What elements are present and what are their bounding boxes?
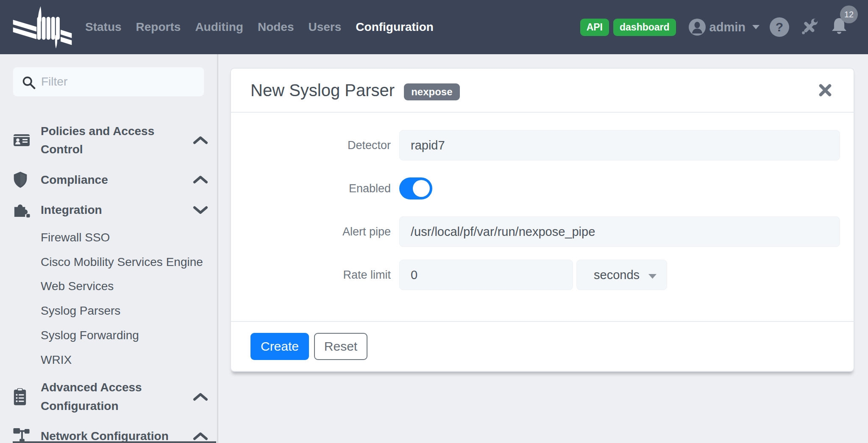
sidebar-item-label: Advanced Access Configuration	[41, 378, 192, 415]
enabled-row: Enabled	[250, 173, 840, 204]
nav-status[interactable]: Status	[85, 20, 122, 34]
sidebar-subitem-syslog-parsers[interactable]: Syslog Parsers	[13, 299, 209, 323]
alert-pipe-row: Alert pipe	[250, 216, 840, 247]
sidebar-item-advanced-access-configuration[interactable]: Advanced Access Configuration	[13, 372, 209, 421]
sidebar-subitem-web-services[interactable]: Web Services	[13, 274, 209, 299]
nav-reports[interactable]: Reports	[136, 20, 181, 34]
packetfence-logo-icon	[13, 5, 72, 49]
chevron-up-icon	[192, 392, 209, 401]
filter-input[interactable]	[13, 67, 204, 96]
id-card-icon	[13, 132, 31, 149]
new-syslog-parser-card: New Syslog Parser nexpose Detector Enabl…	[230, 68, 854, 372]
search-icon	[22, 75, 36, 89]
detector-label: Detector	[250, 139, 391, 152]
shield-icon	[13, 171, 28, 188]
nav-nodes[interactable]: Nodes	[258, 20, 294, 34]
question-icon: ?	[776, 20, 783, 34]
caret-down-icon	[648, 274, 657, 279]
tools-icon[interactable]	[799, 17, 819, 37]
sidebar-item-label: Network Configuration	[41, 427, 192, 443]
chevron-down-icon	[752, 25, 760, 29]
network-icon	[13, 427, 31, 443]
clipboard-list-icon	[13, 388, 27, 406]
rate-limit-input[interactable]	[399, 260, 573, 290]
card-header: New Syslog Parser nexpose	[231, 69, 854, 113]
puzzle-icon	[13, 201, 30, 219]
main-nav: Status Reports Auditing Nodes Users Conf…	[85, 20, 434, 34]
parser-form: Detector Enabled Alert pipe Rate limit	[231, 113, 854, 290]
topbar: Status Reports Auditing Nodes Users Conf…	[0, 0, 868, 54]
sidebar-item-network-configuration[interactable]: Network Configuration	[13, 421, 209, 443]
sidebar-subitem-wrix[interactable]: WRIX	[13, 348, 209, 372]
detector-input[interactable]	[399, 130, 840, 161]
reset-button[interactable]: Reset	[314, 333, 367, 360]
nav-configuration[interactable]: Configuration	[356, 20, 434, 34]
sidebar-item-label: Policies and Access Control	[41, 122, 192, 159]
api-badge[interactable]: API	[580, 19, 609, 36]
parser-type-badge: nexpose	[404, 83, 459, 100]
sidebar-filter	[13, 67, 204, 97]
notification-count-badge: 12	[840, 6, 858, 23]
user-menu[interactable]: admin	[689, 19, 760, 36]
alert-pipe-label: Alert pipe	[250, 225, 391, 238]
notifications-button[interactable]: 12	[830, 17, 849, 38]
chevron-up-icon	[192, 432, 209, 441]
sidebar-subitem-firewall-sso[interactable]: Firewall SSO	[13, 225, 209, 250]
user-circle-icon	[689, 19, 706, 36]
card-footer: Create Reset	[231, 321, 854, 371]
rate-limit-label: Rate limit	[250, 269, 391, 282]
sidebar-scroll-indicator[interactable]	[13, 441, 216, 443]
rate-limit-unit-select[interactable]: seconds	[576, 260, 667, 290]
help-button[interactable]: ?	[770, 17, 789, 37]
main-content: New Syslog Parser nexpose Detector Enabl…	[218, 54, 868, 443]
sidebar-subitem-syslog-forwarding[interactable]: Syslog Forwarding	[13, 323, 209, 348]
chevron-up-icon	[192, 136, 209, 145]
toggle-knob	[413, 180, 430, 197]
detector-row: Detector	[250, 130, 840, 161]
sidebar-item-policies-access-control[interactable]: Policies and Access Control	[13, 116, 209, 165]
alert-pipe-input[interactable]	[399, 216, 840, 247]
sidebar-item-compliance[interactable]: Compliance	[13, 165, 209, 195]
sidebar-subitem-cisco-mse[interactable]: Cisco Mobility Services Engine	[13, 250, 209, 274]
close-icon[interactable]	[817, 82, 833, 98]
chevron-up-icon	[192, 175, 209, 184]
sidebar-item-integration[interactable]: Integration	[13, 195, 209, 225]
sidebar-item-label: Integration	[41, 201, 192, 219]
enabled-toggle[interactable]	[399, 177, 432, 199]
chevron-down-icon	[192, 205, 209, 215]
topbar-right: API dashboard admin ?	[580, 17, 851, 38]
enabled-label: Enabled	[250, 182, 391, 195]
rate-limit-row: Rate limit seconds	[250, 260, 840, 290]
nav-auditing[interactable]: Auditing	[195, 20, 243, 34]
nav-users[interactable]: Users	[308, 20, 341, 34]
create-button[interactable]: Create	[250, 333, 309, 360]
sidebar-item-label: Compliance	[41, 171, 192, 189]
sidebar: Policies and Access Control Compliance I…	[0, 54, 217, 443]
page-title: New Syslog Parser	[250, 81, 395, 100]
rate-limit-unit-value: seconds	[594, 268, 640, 282]
dashboard-badge[interactable]: dashboard	[613, 19, 676, 36]
user-name: admin	[709, 20, 746, 34]
